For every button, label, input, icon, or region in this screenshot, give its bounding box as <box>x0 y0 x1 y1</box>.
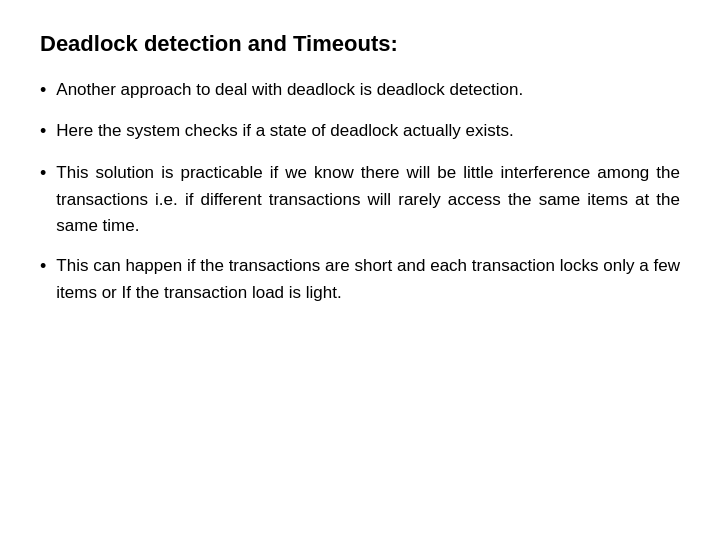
bullet-list: • Another approach to deal with deadlock… <box>40 77 680 307</box>
list-item: • This solution is practicable if we kno… <box>40 160 680 239</box>
bullet-dot: • <box>40 77 46 105</box>
bullet-dot: • <box>40 253 46 281</box>
list-item: • Here the system checks if a state of d… <box>40 118 680 146</box>
bullet-text: Another approach to deal with deadlock i… <box>56 77 680 103</box>
slide-title: Deadlock detection and Timeouts: <box>40 30 680 59</box>
list-item: • Another approach to deal with deadlock… <box>40 77 680 105</box>
bullet-text: This solution is practicable if we know … <box>56 160 680 239</box>
bullet-text: This can happen if the transactions are … <box>56 253 680 306</box>
bullet-dot: • <box>40 160 46 188</box>
slide-container: Deadlock detection and Timeouts: • Anoth… <box>0 0 720 540</box>
list-item: • This can happen if the transactions ar… <box>40 253 680 306</box>
bullet-text: Here the system checks if a state of dea… <box>56 118 680 144</box>
bullet-dot: • <box>40 118 46 146</box>
